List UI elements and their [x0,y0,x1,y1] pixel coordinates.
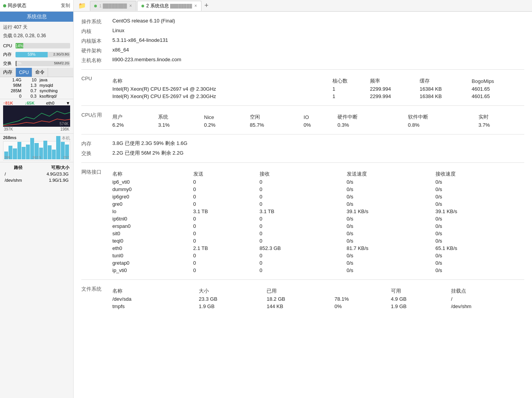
cpu-usage-val: 0.2% [204,121,250,129]
tab-cpu[interactable]: CPU [16,68,32,77]
net-row: ip_vti0 0 0 0/s 0/s [112,267,524,274]
net-interface-label: eth0 [46,101,54,105]
net-send: 0 [193,252,260,259]
net-section: ↑81K ↓65K eth0 ▼ 574K 397K 198K [0,99,73,133]
net-iface: dummy0 [112,186,193,193]
net-recv: 0 [260,215,347,222]
disk-table: 路径 可用/大小 /4.9G/23.3G/dev/shm1.9G/1.9G [3,164,70,184]
mem-section-value: 3.8G 已使用 2.3G 59% 剩余 1.6G [112,140,188,147]
main-tab-2[interactable]: 2 系统信息 ████████ × [137,1,201,11]
net-val-198: 198K [60,127,69,131]
ping-bar [56,136,60,159]
net-recv-speed: 0/s [436,237,524,245]
cpu-usage-val: 0% [304,121,337,129]
net-row: ip6_vti0 0 0 0/s 0/s [112,178,524,186]
cpu-th: 频率 [370,77,420,85]
ping-bar [17,142,21,159]
tab1-close[interactable]: × [129,3,132,9]
net-recv: 852.3 GB [260,245,347,252]
fs-avail: 4.9 GB [391,295,451,303]
mem-section-label: 内存 [81,140,112,147]
net-iface: erspan0 [112,222,193,230]
net-row: sit0 0 0 0/s 0/s [112,230,524,237]
cpu-cache: 16384 KB [420,85,472,93]
copy-button[interactable]: 复制 [61,2,70,9]
os-label: 操作系统 [81,18,112,25]
tab2-close[interactable]: × [195,3,197,9]
cpu-section-label: CPU [81,75,112,81]
arch-label: 硬件架构 [81,47,112,54]
ping-bar [61,142,65,159]
arch-value: x86_64 [112,47,129,53]
ping-bar [65,145,69,159]
tab-memory[interactable]: 内存 [0,68,16,77]
net-recv: 0 [260,222,347,230]
net-send: 0 [193,178,260,186]
net-row: gre0 0 0 0/s 0/s [112,200,524,208]
fs-mount: / [451,295,524,303]
net-row: dummy0 0 0 0/s 0/s [112,186,524,193]
kernel-value: Linux [112,28,124,33]
fs-size: 1.9 GB [199,303,267,310]
net-recv: 0 [260,237,347,245]
net-iface: lo [112,208,193,215]
cpu-row: Intel(R) Xeon(R) CPU E5-2697 v4 @ 2.30GH… [112,93,524,100]
net-iface: ip6_vti0 [112,178,193,186]
disk-section: 路径 可用/大小 /4.9G/23.3G/dev/shm1.9G/1.9G [0,162,73,185]
ping-bar [43,141,47,159]
swap-section-value: 2.2G 已使用 56M 2% 剩余 2.2G [112,150,184,157]
net-th: 接收速度 [436,170,524,178]
disk-header-size: 可用/大小 [33,165,69,171]
swap-pct: 2% [16,61,21,65]
add-tab-button[interactable]: + [202,2,211,10]
cpu-row: Intel(R) Xeon(R) CPU E5-2697 v4 @ 2.30GH… [112,85,524,93]
fs-blank [182,295,199,303]
ping-bar [26,145,30,159]
net-send: 0 [193,267,260,274]
net-row: gretap0 0 0 0/s 0/s [112,259,524,267]
net-send-speed: 0/s [347,186,436,193]
fs-blank [182,303,199,310]
net-send-speed: 0/s [347,267,436,274]
mem-section-row: 内存 3.8G 已使用 2.3G 59% 剩余 1.6G [81,140,524,147]
cpu-usage-th: 用户 [112,113,158,121]
process-table: 1.4G10java98M1.3mysqld285M0.7syncthing00… [0,77,73,99]
arch-row: 硬件架构 x86_64 [81,47,524,54]
ping-bars [3,141,70,160]
hostname-row: 主机名称 li900-223.members.linode.com [81,57,524,64]
kernel-ver-label: 内核版本 [81,37,112,45]
swap-section-row: 交换 2.2G 已使用 56M 2% 剩余 2.2G [81,150,524,157]
net-recv: 0 [260,267,347,274]
mem-progress-row: 内存 59% 2.3G/3.8G [0,51,73,58]
net-iface: gretap0 [112,259,193,267]
disk-row: /4.9G/23.3G [4,171,69,177]
disk-size: 1.9G/1.9G [33,177,69,183]
ping-section: 268ms 本机 268 262.5 257 [0,133,73,162]
fs-row: /dev/sda 23.3 GB 18.2 GB 78.1% 4.9 GB / [112,295,524,303]
net-send: 0 [193,237,260,245]
tab-command[interactable]: 命令 [32,68,48,77]
ping-bar [13,148,17,159]
net-iface: ip6tnl0 [112,215,193,222]
cpu-usage-label: CPU占用 [81,111,112,119]
fs-th-mount: 挂载点 [451,287,524,295]
fs-used: 144 KB [267,303,334,310]
fs-used: 18.2 GB [267,295,334,303]
net-recv: 0 [260,193,347,200]
folder-button[interactable]: 📁 [75,0,89,11]
cpu-usage-info-table: 用户系统Nice空闲IO硬件中断软件中断实时 6.2%3.1%0.2%85.7%… [112,113,524,129]
load-text: 负载 0.28, 0.28, 0.36 [3,32,70,40]
net-iface: ip6gre0 [112,193,193,200]
cpu-usage-th: 空闲 [250,113,304,121]
main-tab-1[interactable]: 1 ████████ × [90,1,136,11]
cpu-usage-th: 硬件中断 [337,113,408,121]
net-dropdown-icon[interactable]: ▼ [66,101,70,105]
net-send: 0 [193,230,260,237]
net-recv-speed: 65.1 KB/s [436,245,524,252]
cpu-bar-fill: 14% [15,43,23,48]
sys-info-button[interactable]: 系统信息 [0,12,73,22]
main-content: 📁 1 ████████ × 2 系统信息 ████████ × + 操作系统 … [74,0,532,398]
cpu-label-side: CPU [3,43,14,48]
net-send-speed: 0/s [347,237,436,245]
net-th: 发送速度 [347,170,436,178]
